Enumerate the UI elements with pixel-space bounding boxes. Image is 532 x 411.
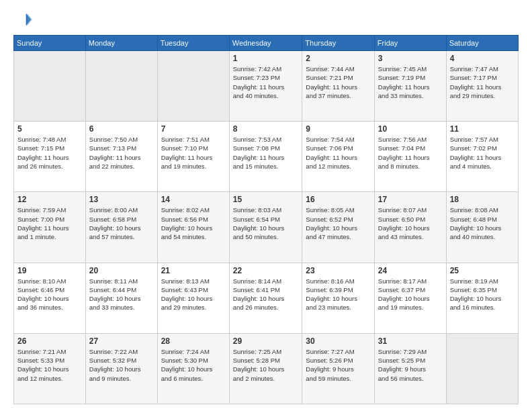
calendar-day-cell: 22Sunrise: 8:14 AMSunset: 6:41 PMDayligh…	[229, 263, 302, 333]
calendar-day-cell: 18Sunrise: 8:08 AMSunset: 6:48 PMDayligh…	[446, 192, 518, 263]
day-number: 25	[450, 266, 515, 275]
weekday-header: Monday	[85, 36, 157, 51]
calendar-day-cell: 9Sunrise: 7:54 AMSunset: 7:06 PMDaylight…	[302, 122, 374, 192]
day-info: Sunrise: 8:14 AMSunset: 6:41 PMDaylight:…	[233, 277, 299, 312]
day-number: 9	[306, 124, 370, 134]
calendar-week-row: 1Sunrise: 7:42 AMSunset: 7:23 PMDaylight…	[14, 51, 519, 122]
day-number: 11	[450, 124, 515, 134]
day-info: Sunrise: 8:03 AMSunset: 6:54 PMDaylight:…	[233, 205, 299, 241]
day-info: Sunrise: 8:05 AMSunset: 6:52 PMDaylight:…	[306, 205, 370, 241]
calendar-day-cell: 31Sunrise: 7:29 AMSunset: 5:25 PMDayligh…	[374, 333, 446, 404]
day-number: 22	[233, 266, 299, 275]
day-number: 17	[378, 195, 443, 204]
calendar-table: SundayMondayTuesdayWednesdayThursdayFrid…	[13, 35, 519, 404]
day-info: Sunrise: 7:56 AMSunset: 7:04 PMDaylight:…	[378, 135, 443, 171]
day-number: 29	[233, 336, 299, 346]
calendar-day-cell: 8Sunrise: 7:53 AMSunset: 7:08 PMDaylight…	[229, 122, 302, 192]
day-number: 2	[306, 54, 370, 63]
calendar-day-cell: 1Sunrise: 7:42 AMSunset: 7:23 PMDaylight…	[229, 51, 302, 122]
calendar-day-cell: 5Sunrise: 7:48 AMSunset: 7:15 PMDaylight…	[14, 122, 86, 192]
calendar-day-cell: 26Sunrise: 7:21 AMSunset: 5:33 PMDayligh…	[14, 333, 86, 404]
day-info: Sunrise: 7:27 AMSunset: 5:26 PMDaylight:…	[306, 347, 370, 383]
weekday-header: Wednesday	[229, 36, 302, 51]
calendar-day-cell: 21Sunrise: 8:13 AMSunset: 6:43 PMDayligh…	[157, 263, 229, 333]
calendar-day-cell: 15Sunrise: 8:03 AMSunset: 6:54 PMDayligh…	[229, 192, 302, 263]
logo	[13, 11, 35, 30]
day-number: 13	[89, 195, 154, 204]
calendar-day-cell: 20Sunrise: 8:11 AMSunset: 6:44 PMDayligh…	[85, 263, 157, 333]
calendar-day-cell: 30Sunrise: 7:27 AMSunset: 5:26 PMDayligh…	[302, 333, 374, 404]
weekday-header: Saturday	[446, 36, 518, 51]
day-info: Sunrise: 7:48 AMSunset: 7:15 PMDaylight:…	[17, 135, 82, 171]
weekday-header: Tuesday	[157, 36, 229, 51]
day-info: Sunrise: 7:47 AMSunset: 7:17 PMDaylight:…	[450, 64, 515, 100]
day-info: Sunrise: 7:22 AMSunset: 5:32 PMDaylight:…	[89, 347, 154, 383]
calendar-day-cell: 17Sunrise: 8:07 AMSunset: 6:50 PMDayligh…	[374, 192, 446, 263]
day-info: Sunrise: 8:11 AMSunset: 6:44 PMDaylight:…	[89, 277, 154, 312]
calendar-day-cell: 4Sunrise: 7:47 AMSunset: 7:17 PMDaylight…	[446, 51, 518, 122]
day-number: 31	[378, 336, 443, 346]
day-info: Sunrise: 7:25 AMSunset: 5:28 PMDaylight:…	[233, 347, 299, 383]
day-number: 16	[306, 195, 370, 204]
calendar-week-row: 5Sunrise: 7:48 AMSunset: 7:15 PMDaylight…	[14, 122, 519, 192]
calendar-day-cell	[85, 51, 157, 122]
day-info: Sunrise: 8:08 AMSunset: 6:48 PMDaylight:…	[450, 205, 515, 241]
day-info: Sunrise: 8:07 AMSunset: 6:50 PMDaylight:…	[378, 205, 443, 241]
day-info: Sunrise: 7:53 AMSunset: 7:08 PMDaylight:…	[233, 135, 299, 171]
calendar-day-cell: 6Sunrise: 7:50 AMSunset: 7:13 PMDaylight…	[85, 122, 157, 192]
calendar-day-cell	[14, 51, 86, 122]
calendar-day-cell: 10Sunrise: 7:56 AMSunset: 7:04 PMDayligh…	[374, 122, 446, 192]
day-number: 21	[161, 266, 226, 275]
day-info: Sunrise: 7:24 AMSunset: 5:30 PMDaylight:…	[161, 347, 226, 383]
day-info: Sunrise: 7:51 AMSunset: 7:10 PMDaylight:…	[161, 135, 226, 171]
weekday-header: Sunday	[14, 36, 86, 51]
calendar-day-cell: 24Sunrise: 8:17 AMSunset: 6:37 PMDayligh…	[374, 263, 446, 333]
day-info: Sunrise: 7:59 AMSunset: 7:00 PMDaylight:…	[17, 205, 82, 241]
day-info: Sunrise: 7:54 AMSunset: 7:06 PMDaylight:…	[306, 135, 370, 171]
calendar-day-cell: 28Sunrise: 7:24 AMSunset: 5:30 PMDayligh…	[157, 333, 229, 404]
day-info: Sunrise: 8:19 AMSunset: 6:35 PMDaylight:…	[450, 277, 515, 312]
day-number: 18	[450, 195, 515, 204]
calendar-day-cell	[157, 51, 229, 122]
calendar-day-cell: 12Sunrise: 7:59 AMSunset: 7:00 PMDayligh…	[14, 192, 86, 263]
calendar-week-row: 26Sunrise: 7:21 AMSunset: 5:33 PMDayligh…	[14, 333, 519, 404]
calendar-day-cell: 16Sunrise: 8:05 AMSunset: 6:52 PMDayligh…	[302, 192, 374, 263]
calendar-day-cell: 19Sunrise: 8:10 AMSunset: 6:46 PMDayligh…	[14, 263, 86, 333]
calendar-week-row: 19Sunrise: 8:10 AMSunset: 6:46 PMDayligh…	[14, 263, 519, 333]
day-info: Sunrise: 7:44 AMSunset: 7:21 PMDaylight:…	[306, 64, 370, 100]
page: SundayMondayTuesdayWednesdayThursdayFrid…	[0, 0, 532, 411]
day-number: 15	[233, 195, 299, 204]
day-number: 4	[450, 54, 515, 63]
calendar-day-cell: 29Sunrise: 7:25 AMSunset: 5:28 PMDayligh…	[229, 333, 302, 404]
logo-icon	[13, 11, 32, 30]
header	[13, 11, 519, 30]
calendar-day-cell: 2Sunrise: 7:44 AMSunset: 7:21 PMDaylight…	[302, 51, 374, 122]
day-number: 7	[161, 124, 226, 134]
weekday-header: Thursday	[302, 36, 374, 51]
day-number: 3	[378, 54, 443, 63]
svg-marker-1	[28, 13, 32, 26]
day-info: Sunrise: 8:13 AMSunset: 6:43 PMDaylight:…	[161, 277, 226, 312]
day-number: 23	[306, 266, 370, 275]
day-number: 6	[89, 124, 154, 134]
day-number: 10	[378, 124, 443, 134]
day-number: 27	[89, 336, 154, 346]
calendar-day-cell: 25Sunrise: 8:19 AMSunset: 6:35 PMDayligh…	[446, 263, 518, 333]
day-number: 26	[17, 336, 82, 346]
day-info: Sunrise: 7:50 AMSunset: 7:13 PMDaylight:…	[89, 135, 154, 171]
weekday-header: Friday	[374, 36, 446, 51]
day-number: 5	[17, 124, 82, 134]
day-info: Sunrise: 8:16 AMSunset: 6:39 PMDaylight:…	[306, 277, 370, 312]
calendar-day-cell: 3Sunrise: 7:45 AMSunset: 7:19 PMDaylight…	[374, 51, 446, 122]
calendar-day-cell	[446, 333, 518, 404]
calendar-week-row: 12Sunrise: 7:59 AMSunset: 7:00 PMDayligh…	[14, 192, 519, 263]
calendar-day-cell: 7Sunrise: 7:51 AMSunset: 7:10 PMDaylight…	[157, 122, 229, 192]
day-info: Sunrise: 7:42 AMSunset: 7:23 PMDaylight:…	[233, 64, 299, 100]
day-number: 28	[161, 336, 226, 346]
day-info: Sunrise: 8:02 AMSunset: 6:56 PMDaylight:…	[161, 205, 226, 241]
calendar-day-cell: 14Sunrise: 8:02 AMSunset: 6:56 PMDayligh…	[157, 192, 229, 263]
calendar-day-cell: 23Sunrise: 8:16 AMSunset: 6:39 PMDayligh…	[302, 263, 374, 333]
day-info: Sunrise: 7:57 AMSunset: 7:02 PMDaylight:…	[450, 135, 515, 171]
day-number: 14	[161, 195, 226, 204]
day-info: Sunrise: 8:17 AMSunset: 6:37 PMDaylight:…	[378, 277, 443, 312]
